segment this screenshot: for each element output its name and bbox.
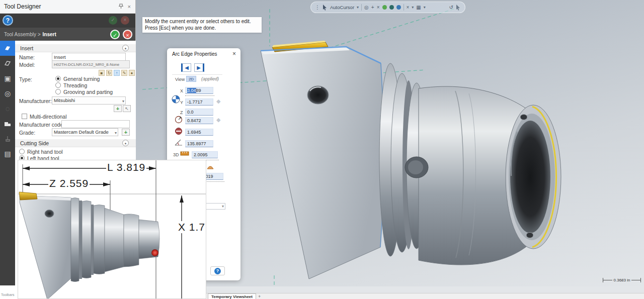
sidebar-item-insert-outline[interactable]: [0, 56, 15, 71]
pin-icon[interactable]: [119, 4, 123, 10]
pick-cursor-icon[interactable]: [456, 5, 461, 11]
step-diamond-icon[interactable]: ◆: [216, 98, 220, 105]
grade-value: Mastercam Default Grade: [54, 129, 109, 135]
sidebar-item-machine[interactable]: ▤: [0, 146, 15, 161]
collapse-icon[interactable]: ▴: [122, 140, 129, 146]
toolbar-divider: [404, 4, 404, 11]
model-view-icon[interactable]: ●: [129, 70, 135, 76]
shading-green-icon[interactable]: [382, 5, 387, 10]
rotate-view-icon[interactable]: ↺: [449, 5, 453, 10]
diameter-field[interactable]: 1.6945: [185, 129, 213, 136]
radio-grooving-parting-label[interactable]: Grooving and parting: [63, 89, 113, 95]
autocursor-label[interactable]: AutoCursor: [330, 5, 354, 10]
gview-icon[interactable]: ◎: [364, 5, 369, 10]
autocursor-caret-icon[interactable]: ▾: [357, 5, 359, 10]
collapse-icon[interactable]: ▴: [122, 45, 129, 51]
manufacturer-select[interactable]: Mitsubishi ▾: [52, 96, 126, 105]
z-field[interactable]: 0.0: [185, 109, 213, 116]
radio-threading[interactable]: [55, 82, 61, 88]
shading-dark-icon[interactable]: [389, 5, 394, 10]
grid-caret-icon[interactable]: ▾: [424, 5, 426, 10]
manufacturer-label: Manufacturer:: [19, 98, 52, 104]
toolbar-divider: [361, 4, 362, 11]
close-icon[interactable]: ×: [128, 4, 131, 10]
name-input[interactable]: [52, 53, 126, 61]
radio-grooving-parting[interactable]: [55, 89, 61, 94]
view-label: View: [175, 77, 185, 82]
radius-field[interactable]: 0.8472: [185, 117, 213, 124]
unselect-caret-icon[interactable]: ▾: [412, 5, 414, 10]
panel-toolbar: ? ✓ ×: [0, 14, 135, 28]
add-grade-button[interactable]: +: [122, 129, 130, 136]
prev-edge-button[interactable]: ◀: [181, 63, 191, 72]
x-selected: 3.04: [187, 88, 196, 93]
step-diamond-icon[interactable]: ◆: [216, 117, 220, 123]
manufacturer-code-input[interactable]: [61, 120, 130, 128]
prompt-line1: Modify the current entity or select othe…: [145, 18, 259, 25]
sidebar-item-insert[interactable]: [0, 41, 15, 56]
grid-icon[interactable]: ▦: [416, 5, 421, 10]
grip-icon[interactable]: ⋮: [315, 5, 320, 10]
tool-holder-model: [261, 41, 561, 279]
sidebar-item-holder[interactable]: [0, 116, 15, 131]
grade-label: Grade:: [19, 130, 35, 136]
breadcrumb-path[interactable]: Tool Assembly >: [4, 32, 41, 37]
tab-temporary-viewsheet[interactable]: Temporary Viewsheet: [208, 293, 256, 299]
sidebar-item-ring[interactable]: ◌: [0, 101, 15, 116]
shading-blue-icon[interactable]: [396, 5, 401, 10]
radio-general-turning-label[interactable]: General turning: [63, 76, 100, 82]
multi-directional-label[interactable]: Multi-directional: [30, 114, 67, 120]
dim-length-label: L 3.819: [106, 161, 146, 173]
accept-button[interactable]: ✓: [110, 30, 120, 39]
unselect-icon[interactable]: ×: [407, 5, 410, 10]
radio-right-hand-tool[interactable]: [19, 149, 25, 154]
restore-manufacturer-button[interactable]: ↖: [123, 105, 131, 112]
cancel-button[interactable]: ×: [123, 30, 132, 39]
grade-select[interactable]: Mastercam Default Grade ▾: [52, 128, 118, 136]
cursor-icon[interactable]: [323, 5, 328, 11]
model-input[interactable]: [52, 60, 130, 68]
close-icon[interactable]: ×: [232, 50, 236, 57]
panel-sidebar: ▣ ◎ ◌ ▤: [0, 41, 15, 285]
next-edge-button[interactable]: ▶: [194, 63, 204, 72]
dim-z-label: Z 2.559: [48, 177, 90, 189]
model-import-icon[interactable]: ↑: [114, 70, 120, 76]
model-refresh-icon[interactable]: ↻: [106, 70, 112, 76]
snap-clear-icon[interactable]: ×: [377, 5, 380, 10]
sidebar-item-tool-post[interactable]: [0, 131, 15, 146]
selection-toolbar: ⋮ AutoCursor ▾ ◎ + × × ▾ ▦ ▾ ↺: [310, 2, 465, 13]
add-viewsheet-button[interactable]: +: [258, 294, 261, 299]
dialog-help-button[interactable]: ?: [210, 266, 225, 275]
radio-threading-label[interactable]: Threading: [63, 82, 87, 88]
x-label: X: [180, 88, 183, 93]
scale-indicator: 0.3683 in: [603, 278, 641, 282]
help-icon: ?: [214, 268, 221, 274]
model-edit-icon[interactable]: ✎: [121, 70, 127, 76]
view-value[interactable]: 2D: [186, 76, 196, 82]
radius-icon: [175, 116, 183, 125]
len3d-field[interactable]: 2.0095: [192, 151, 218, 158]
x-field[interactable]: 3.0489: [185, 87, 213, 94]
holder-hole: [307, 86, 329, 104]
sidebar-item-clamp[interactable]: ▣: [0, 71, 15, 86]
multi-directional-checkbox[interactable]: [22, 114, 27, 119]
diameter-icon: [175, 127, 183, 136]
view-note: (applied): [201, 76, 219, 81]
chevron-down-icon: ▾: [222, 204, 224, 209]
radio-general-turning[interactable]: [55, 76, 61, 81]
radio-right-hand-label[interactable]: Right hand tool: [27, 149, 63, 155]
y-field[interactable]: -1.7717: [185, 98, 213, 106]
section-cutting-side[interactable]: Cutting Side ▴: [15, 139, 136, 147]
gview-sphere-icon[interactable]: [172, 95, 180, 105]
z-label: Z: [180, 110, 183, 115]
snap-point-icon[interactable]: +: [371, 5, 374, 10]
sweep-angle-field[interactable]: 135.8977: [185, 140, 213, 147]
panel-title-bar: Tool Designer ×: [0, 0, 135, 14]
add-manufacturer-button[interactable]: +: [114, 105, 122, 112]
name-label: Name:: [19, 54, 35, 60]
tool-2d-drawing: [19, 192, 159, 299]
model-folder-icon[interactable]: ■: [99, 70, 105, 76]
section-insert[interactable]: Insert ▴: [15, 44, 136, 52]
sidebar-item-collar[interactable]: ◎: [0, 86, 15, 101]
help-icon[interactable]: ?: [3, 15, 13, 26]
